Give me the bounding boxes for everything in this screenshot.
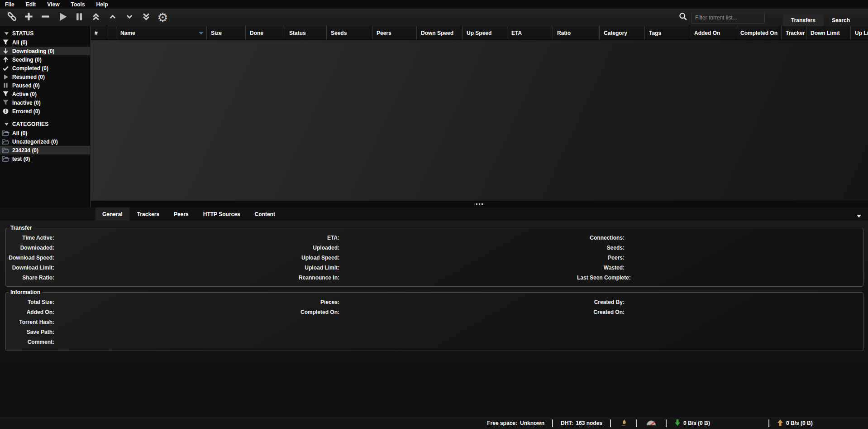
status-filter-resumed[interactable]: Resumed (0) xyxy=(0,72,90,81)
torrent-filter-input[interactable] xyxy=(691,12,765,24)
column-header-tags[interactable]: Tags xyxy=(645,26,690,39)
field-label-wasted: Wasted: xyxy=(577,265,625,271)
field-label-last-seen-complete: Last Seen Complete: xyxy=(577,275,631,281)
tab-search[interactable]: Search xyxy=(824,14,858,26)
filter-area: Transfers Search xyxy=(679,9,868,26)
column-header-done[interactable]: Done xyxy=(246,26,285,39)
field-label-uploaded: Uploaded: xyxy=(292,245,339,251)
resume-button[interactable] xyxy=(54,10,71,25)
status-filter-label: All (0) xyxy=(12,39,27,46)
field-label-connections: Connections: xyxy=(577,235,625,241)
status-filter-errored[interactable]: Errored (0) xyxy=(0,107,90,116)
column-header-eta[interactable]: ETA xyxy=(507,26,553,39)
field-label-upload-limit: Upload Limit: xyxy=(292,265,339,271)
tab-general[interactable]: General xyxy=(95,207,129,221)
column-label: Down Limit xyxy=(811,30,840,36)
free-space-indicator: Free space: Unknown xyxy=(479,420,552,426)
status-filter-all[interactable]: All (0) xyxy=(0,38,90,47)
menu-file[interactable]: File xyxy=(5,1,14,8)
column-header-tracker[interactable]: Tracker xyxy=(782,26,806,39)
status-filter-active[interactable]: Active (0) xyxy=(0,90,90,98)
field-label-download-limit: Download Limit: xyxy=(7,265,54,271)
menu-tools[interactable]: Tools xyxy=(71,1,85,8)
column-header-category[interactable]: Category xyxy=(600,26,645,39)
category-label: test (0) xyxy=(12,156,30,162)
play-icon xyxy=(2,73,10,81)
toolbar-buttons: ⚙ xyxy=(0,10,171,25)
column-label: Done xyxy=(250,30,263,36)
tab-peers[interactable]: Peers xyxy=(167,207,196,221)
download-speed-indicator[interactable]: 0 B/s (0 B) xyxy=(667,419,768,428)
tab-transfers[interactable]: Transfers xyxy=(783,14,824,26)
tab-content[interactable]: Content xyxy=(248,207,282,221)
category-uncategorized[interactable]: Uncategorized (0) xyxy=(0,137,90,146)
pause-icon xyxy=(74,12,84,24)
splitter-handle[interactable] xyxy=(476,203,483,205)
information-legend: Information xyxy=(9,289,42,295)
gear-icon: ⚙ xyxy=(157,11,168,24)
bottom-priority-button[interactable] xyxy=(138,10,154,25)
column-label: Seeds xyxy=(331,30,347,36)
category-234234[interactable]: 234234 (0) xyxy=(0,146,90,154)
column-header-up-limit[interactable]: Up Limit xyxy=(851,26,868,39)
column-header-down-speed[interactable]: Down Speed xyxy=(417,26,463,39)
folder-icon xyxy=(2,130,10,137)
top-priority-button[interactable] xyxy=(87,10,104,25)
status-filter-seeding[interactable]: Seeding (0) xyxy=(0,55,90,64)
column-label: Added On xyxy=(694,30,720,36)
detail-tabbar: General Trackers Peers HTTP Sources Cont… xyxy=(0,207,868,221)
status-section-header[interactable]: STATUS xyxy=(0,29,90,38)
upload-speed-indicator[interactable]: 0 B/s (0 B) xyxy=(769,419,868,428)
column-header-down-limit[interactable]: Down Limit xyxy=(806,26,851,39)
menu-view[interactable]: View xyxy=(47,1,59,8)
transfer-legend: Transfer xyxy=(9,225,33,231)
status-filter-label: Seeding (0) xyxy=(12,57,42,63)
menu-edit[interactable]: Edit xyxy=(26,1,36,8)
status-filter-completed[interactable]: Completed (0) xyxy=(0,64,90,72)
column-header-size[interactable]: Size xyxy=(207,26,246,39)
column-header-number[interactable]: # xyxy=(91,26,107,39)
alt-speed-limits-button[interactable] xyxy=(637,419,666,428)
add-torrent-link-button[interactable] xyxy=(4,10,20,25)
column-header-peers[interactable]: Peers xyxy=(372,26,417,39)
double-chevron-up-icon xyxy=(91,12,100,23)
menu-help[interactable]: Help xyxy=(96,1,108,8)
preferences-button[interactable]: ⚙ xyxy=(154,10,171,25)
panel-splitter xyxy=(91,201,868,207)
chevron-up-icon xyxy=(109,13,117,23)
status-filter-inactive[interactable]: Inactive (0) xyxy=(0,98,90,107)
category-all[interactable]: All (0) xyxy=(0,129,90,137)
column-header-status[interactable]: Status xyxy=(285,26,327,39)
view-tabs: Transfers Search xyxy=(783,14,858,26)
category-test[interactable]: test (0) xyxy=(0,154,90,163)
column-header-completed-on[interactable]: Completed On xyxy=(736,26,782,39)
column-header-up-speed[interactable]: Up Speed xyxy=(463,26,507,39)
add-torrent-file-button[interactable] xyxy=(20,10,37,25)
filter-muted-icon xyxy=(2,99,10,106)
status-filter-downloading[interactable]: Downloading (0) xyxy=(0,47,90,55)
column-label: Tags xyxy=(649,30,661,36)
field-label-save-path: Save Path: xyxy=(7,329,54,335)
decrease-priority-button[interactable] xyxy=(121,10,138,25)
column-header-ratio[interactable]: Ratio xyxy=(553,26,600,39)
delete-torrent-button[interactable] xyxy=(37,10,54,25)
status-filter-paused[interactable]: Paused (0) xyxy=(0,81,90,90)
category-label: 234234 (0) xyxy=(12,147,38,154)
field-label-torrent-hash: Torrent Hash: xyxy=(7,319,54,325)
folder-icon xyxy=(2,147,10,154)
field-label-time-active: Time Active: xyxy=(7,235,54,241)
double-chevron-down-icon xyxy=(142,12,151,23)
tab-trackers[interactable]: Trackers xyxy=(130,207,166,221)
menubar: File Edit View Tools Help xyxy=(0,0,868,9)
pause-button[interactable] xyxy=(71,10,87,25)
column-header-added-on[interactable]: Added On xyxy=(690,26,736,39)
increase-priority-button[interactable] xyxy=(104,10,121,25)
column-header-name[interactable]: Name xyxy=(116,26,207,39)
categories-section-header[interactable]: CATEGORIES xyxy=(0,120,90,129)
column-header-icon[interactable] xyxy=(107,26,116,39)
collapse-panel-icon[interactable] xyxy=(856,212,862,220)
tab-http-sources[interactable]: HTTP Sources xyxy=(196,207,247,221)
field-label-share-ratio: Share Ratio: xyxy=(7,275,54,281)
column-header-seeds[interactable]: Seeds xyxy=(327,26,372,39)
connection-status-button[interactable] xyxy=(611,419,636,428)
